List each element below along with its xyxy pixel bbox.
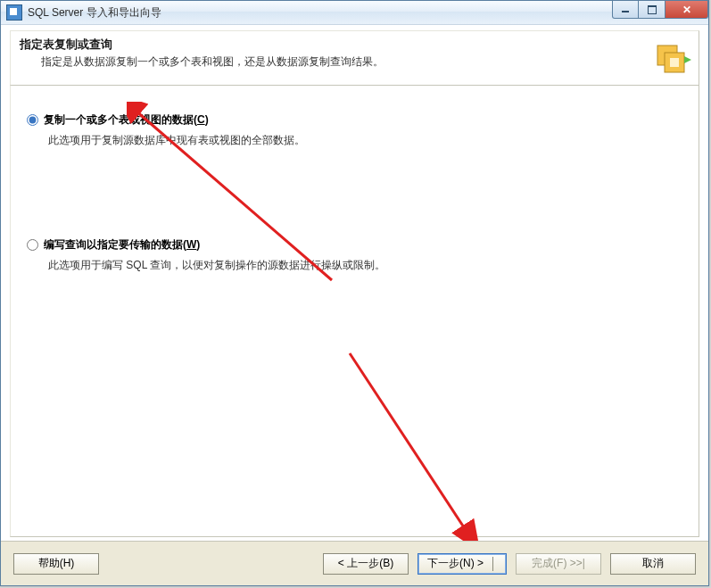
back-button[interactable]: < 上一步(B)	[323, 553, 409, 575]
copy-description: 此选项用于复制源数据库中现有表或视图的全部数据。	[48, 133, 682, 148]
header-panel: 指定表复制或查询 指定是从数据源复制一个或多个表和视图，还是从数据源复制查询结果…	[10, 30, 699, 86]
wizard-icon	[652, 40, 691, 79]
query-label-suffix: )	[196, 238, 200, 251]
copy-hotkey: C	[197, 113, 205, 126]
page-description: 指定是从数据源复制一个或多个表和视图，还是从数据源复制查询结果。	[41, 54, 690, 70]
option-write-query: 编写查询以指定要传输的数据(W) 此选项用于编写 SQL 查询，以便对复制操作的…	[27, 237, 682, 273]
window-title: SQL Server 导入和导出向导	[28, 5, 612, 21]
query-description: 此选项用于编写 SQL 查询，以便对复制操作的源数据进行操纵或限制。	[48, 258, 682, 273]
next-button-separator	[492, 557, 493, 571]
query-label-prefix: 编写查询以指定要传输的数据(	[44, 238, 186, 251]
finish-button: 完成(F) >>|	[516, 553, 601, 575]
copy-label-suffix: )	[205, 113, 209, 126]
svg-marker-3	[684, 56, 691, 63]
option-copy-tables-radio[interactable]: 复制一个或多个表或视图的数据(C)	[27, 112, 682, 128]
next-button-label: 下一步(N) >	[427, 556, 484, 571]
help-button[interactable]: 帮助(H)	[13, 553, 99, 575]
close-button[interactable]: ✕	[666, 1, 708, 19]
cancel-button[interactable]: 取消	[610, 553, 696, 575]
maximize-button[interactable]	[639, 1, 666, 19]
copy-radio-input[interactable]	[27, 114, 38, 126]
copy-label: 复制一个或多个表或视图的数据(C)	[44, 112, 209, 128]
svg-rect-2	[670, 58, 679, 67]
wizard-window: SQL Server 导入和导出向导 ✕ 指定表复制或查询 指定是从数据源复制一…	[0, 0, 709, 586]
minimize-button[interactable]	[612, 1, 639, 19]
copy-label-prefix: 复制一个或多个表或视图的数据(	[44, 113, 197, 126]
next-button[interactable]: 下一步(N) >	[418, 553, 507, 575]
body-panel: 复制一个或多个表或视图的数据(C) 此选项用于复制源数据库中现有表或视图的全部数…	[10, 86, 699, 537]
option-copy-tables: 复制一个或多个表或视图的数据(C) 此选项用于复制源数据库中现有表或视图的全部数…	[27, 112, 682, 148]
query-radio-input[interactable]	[27, 239, 38, 251]
window-controls: ✕	[612, 1, 708, 19]
annotation-arrow-bottom	[341, 344, 519, 541]
title-bar[interactable]: SQL Server 导入和导出向导 ✕	[1, 1, 708, 25]
query-hotkey: W	[186, 238, 196, 251]
option-write-query-radio[interactable]: 编写查询以指定要传输的数据(W)	[27, 237, 682, 253]
footer: 帮助(H) < 上一步(B) 下一步(N) > 完成(F) >>| 取消	[1, 541, 708, 585]
query-label: 编写查询以指定要传输的数据(W)	[44, 237, 200, 253]
page-title: 指定表复制或查询	[20, 37, 690, 53]
svg-line-7	[350, 353, 466, 530]
app-icon	[6, 4, 22, 21]
